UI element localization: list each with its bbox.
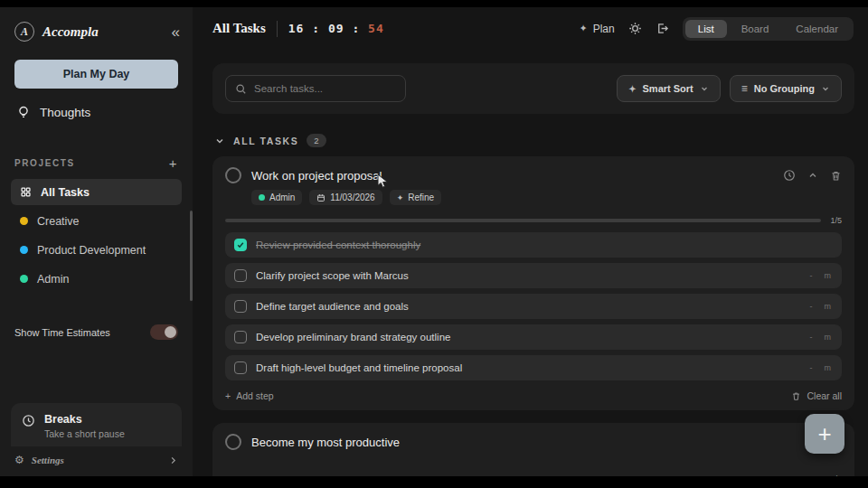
project-tag-label: Admin [269, 192, 295, 202]
subtask-checkbox[interactable] [234, 269, 247, 282]
project-label: Admin [37, 273, 69, 286]
collapse-card-icon[interactable] [807, 170, 818, 181]
estimate-dash: - [810, 333, 813, 342]
time-estimate[interactable]: -m [810, 363, 834, 372]
delete-task-icon[interactable] [830, 170, 842, 182]
subtask-row[interactable]: Draft high-level budget and timeline pro… [225, 355, 842, 380]
chevron-down-icon [700, 84, 709, 93]
time-estimates-toggle[interactable] [150, 324, 178, 340]
progress-track [225, 219, 821, 222]
breaks-card[interactable]: Breaks Take a short pause [11, 403, 182, 446]
projects-section-header: PROJECTS + [0, 132, 193, 179]
project-color-dot [20, 217, 28, 225]
timer-seconds: 54 [368, 22, 384, 35]
sidebar-header: A Accompla « [0, 7, 193, 49]
clear-all-label: Clear all [807, 390, 842, 401]
theme-toggle-button[interactable] [628, 22, 642, 35]
project-color-dot [259, 194, 265, 201]
breaks-title: Breaks [44, 413, 125, 426]
section-header[interactable]: ALL TASKS 2 [193, 114, 868, 156]
subtask-label: Draft high-level budget and timeline pro… [256, 362, 801, 373]
subtask-list: Review provided context thoroughly Clari… [225, 232, 842, 380]
plan-my-day-button[interactable]: Plan My Day [14, 60, 178, 89]
subtask-label: Review provided context thoroughly [256, 239, 833, 250]
subtask-row[interactable]: Develop preliminary brand strategy outli… [225, 324, 842, 350]
topbar-actions: ✦ Plan List Board Calendar [579, 17, 854, 41]
sidebar-item-creative[interactable]: Creative [11, 208, 182, 234]
grouping-button[interactable]: ≡ No Grouping [730, 75, 842, 102]
task-checkbox[interactable] [225, 167, 241, 183]
chevron-down-icon [214, 136, 225, 146]
toolbar-buttons: ✦ Smart Sort ≡ No Grouping [617, 75, 842, 102]
estimate-unit: m [825, 271, 832, 280]
settings-label: Settings [32, 455, 161, 465]
tab-list-view[interactable]: List [685, 20, 727, 38]
app-logo-icon: A [14, 22, 34, 42]
subtask-checkbox[interactable] [234, 361, 247, 374]
grid-icon [20, 186, 32, 198]
search-box[interactable] [225, 75, 406, 102]
smart-sort-label: Smart Sort [643, 83, 693, 94]
trash-icon [791, 391, 801, 401]
add-step-button[interactable]: + Add step [225, 390, 274, 401]
project-label: All Tasks [41, 186, 90, 199]
subtask-checkbox[interactable] [234, 331, 247, 343]
sidebar: A Accompla « Plan My Day Thoughts PROJEC… [0, 7, 193, 476]
grouping-label: No Grouping [754, 83, 815, 94]
subtask-label: Define target audience and goals [256, 301, 801, 312]
tab-board-view[interactable]: Board [729, 20, 782, 38]
time-estimate[interactable]: -m [810, 302, 834, 311]
sidebar-item-thoughts[interactable]: Thoughts [0, 92, 193, 132]
subtask-row[interactable]: Clarify project scope with Marcus -m [225, 263, 842, 288]
refine-tag[interactable]: ✦ Refine [390, 190, 441, 205]
clear-all-button[interactable]: Clear all [791, 390, 842, 401]
add-project-icon[interactable]: + [169, 155, 178, 171]
task-checkbox[interactable] [225, 434, 241, 450]
time-estimate[interactable]: -m [810, 271, 834, 280]
project-list: All Tasks Creative Product Development A… [0, 179, 193, 292]
sidebar-item-all-tasks[interactable]: All Tasks [11, 179, 182, 205]
calendar-icon [316, 193, 326, 202]
plan-button[interactable]: ✦ Plan [579, 23, 614, 35]
divider [277, 21, 278, 37]
plan-label: Plan [593, 23, 615, 35]
subtask-checkbox-checked[interactable] [234, 239, 247, 251]
progress-label: 1/5 [830, 216, 842, 225]
timer-hm: 16 : 09 : [288, 22, 360, 35]
sidebar-item-admin[interactable]: Admin [11, 266, 182, 292]
smart-sort-button[interactable]: ✦ Smart Sort [617, 75, 721, 102]
time-estimate[interactable]: -m [810, 333, 834, 342]
subtask-row[interactable]: Review provided context thoroughly [225, 232, 842, 258]
project-label: Product Development [37, 244, 146, 257]
app-logo-text: Accompla [42, 24, 164, 40]
subtask-row[interactable]: Define target audience and goals -m [225, 294, 842, 319]
sign-out-icon [656, 22, 669, 35]
estimate-unit: m [825, 302, 832, 311]
due-date-tag[interactable]: 11/03/2026 [309, 190, 382, 205]
add-task-fab[interactable]: + [805, 414, 844, 454]
tab-calendar-view[interactable]: Calendar [783, 20, 851, 38]
task-card: Become my most productive 0/5 [212, 423, 854, 476]
project-label: Creative [37, 215, 80, 228]
sidebar-item-settings[interactable]: ⚙ Settings [0, 446, 193, 476]
task-tags: Admin 11/03/2026 ✦ Refine [251, 190, 842, 205]
logo-letter: A [21, 25, 28, 39]
breaks-subtitle: Take a short pause [44, 428, 125, 439]
sidebar-item-product-development[interactable]: Product Development [11, 237, 182, 263]
collapse-sidebar-icon[interactable]: « [172, 24, 180, 40]
search-input[interactable] [254, 83, 396, 94]
task-header: Work on project proposal [225, 167, 842, 183]
time-estimate-icon[interactable] [783, 169, 796, 182]
project-tag[interactable]: Admin [251, 190, 302, 205]
task-card: Work on project proposal Admin 11/03/ [212, 156, 854, 410]
sign-out-button[interactable] [656, 22, 669, 35]
add-step-label: Add step [236, 390, 273, 401]
wand-sparkle-icon: ✦ [628, 84, 636, 94]
toolbar: ✦ Smart Sort ≡ No Grouping [212, 63, 854, 114]
subtask-checkbox[interactable] [234, 300, 247, 313]
hamburger-icon: ≡ [741, 82, 748, 95]
app-window: A Accompla « Plan My Day Thoughts PROJEC… [0, 7, 868, 476]
task-count-badge: 2 [307, 134, 326, 147]
progress-row: 0/5 [225, 474, 842, 476]
estimate-unit: m [825, 363, 832, 372]
